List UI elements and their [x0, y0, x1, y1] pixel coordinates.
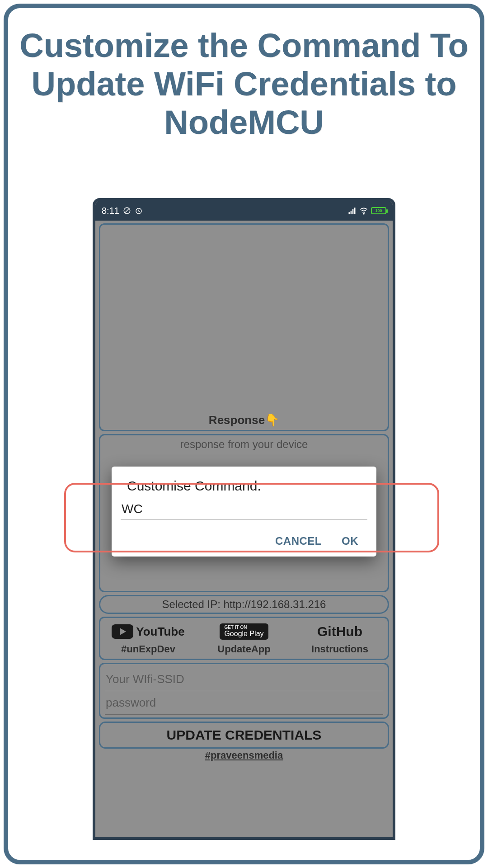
phone-frame: 8:11 100 Resp: [93, 198, 395, 840]
play-store-link[interactable]: GET IT ON Google Play UpdateApp: [196, 618, 292, 659]
webview-panel: Response👇: [99, 223, 389, 431]
youtube-icon: [112, 624, 133, 639]
credentials-panel: [99, 663, 389, 719]
update-credentials-button[interactable]: UPDATE CREDENTIALS: [99, 722, 389, 749]
dialog-title: Customise Command:: [121, 478, 367, 500]
password-input[interactable]: [105, 691, 383, 715]
svg-rect-6: [354, 208, 356, 214]
links-row: YouTube #unExpDev GET IT ON Google Play …: [99, 617, 389, 660]
promo-title: Customize the Command To Update WiFi Cre…: [8, 8, 480, 151]
svg-rect-5: [352, 209, 354, 214]
youtube-link[interactable]: YouTube #unExpDev: [100, 618, 196, 659]
svg-point-7: [363, 213, 364, 214]
wifi-icon: [359, 206, 368, 215]
promo-frame: Customize the Command To Update WiFi Cre…: [4, 4, 484, 864]
play-store-sublabel: UpdateApp: [198, 643, 290, 655]
status-bar: 8:11 100: [95, 201, 393, 221]
selected-ip-bar[interactable]: Selected IP: http://192.168.31.216: [99, 595, 389, 614]
svg-line-1: [125, 209, 129, 213]
svg-rect-3: [349, 212, 350, 214]
alarm-icon: [135, 207, 143, 215]
battery-icon: 100: [371, 207, 386, 214]
ssid-input[interactable]: [105, 668, 383, 691]
github-icon: GitHub: [317, 624, 362, 639]
command-input[interactable]: [121, 500, 367, 519]
youtube-sublabel: #unExpDev: [102, 643, 194, 655]
signal-icon: [347, 206, 357, 215]
ok-button[interactable]: OK: [342, 535, 358, 547]
play-store-icon: GET IT ON Google Play: [220, 623, 268, 639]
response-subtitle: response from your device: [100, 438, 388, 451]
point-down-icon: 👇: [265, 413, 279, 427]
customise-command-dialog: Customise Command: CANCEL OK: [112, 467, 376, 557]
dnd-icon: [123, 207, 131, 215]
response-label: Response👇: [100, 413, 388, 427]
github-sublabel: Instructions: [294, 643, 386, 655]
github-link[interactable]: GitHub Instructions: [292, 618, 388, 659]
status-time: 8:11: [102, 206, 119, 216]
svg-rect-4: [351, 211, 352, 214]
cancel-button[interactable]: CANCEL: [275, 535, 322, 547]
footer-hashtag[interactable]: #praveensmedia: [95, 750, 393, 761]
